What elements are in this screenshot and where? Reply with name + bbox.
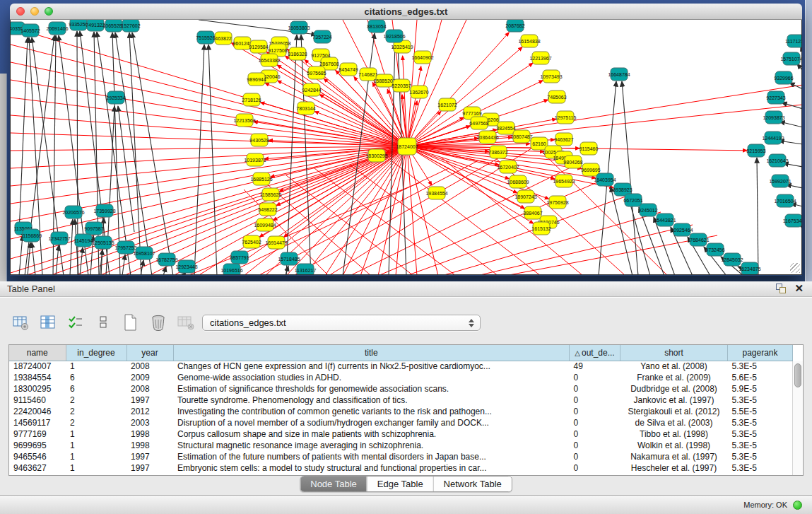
- graph-node[interactable]: 18300295: [365, 149, 387, 162]
- graph-node[interactable]: 1362670: [409, 86, 428, 98]
- graph-node[interactable]: 16720407: [497, 160, 519, 173]
- graph-node[interactable]: 10973493: [540, 70, 562, 83]
- graph-node[interactable]: 12505135: [92, 236, 114, 249]
- graph-node[interactable]: 16210643: [766, 154, 788, 167]
- col-header-short[interactable]: short: [620, 345, 728, 361]
- table-row[interactable]: 969969511998Structural magnetic resonanc…: [9, 440, 793, 451]
- col-header-name[interactable]: name: [9, 345, 66, 361]
- graph-node[interactable]: 9227343: [766, 91, 785, 104]
- graph-node[interactable]: 9430528: [249, 134, 269, 146]
- graph-node[interactable]: 12845032: [721, 253, 743, 266]
- graph-node[interactable]: 8454749: [339, 63, 358, 76]
- graph-node[interactable]: 8186328: [288, 47, 307, 60]
- graph-node[interactable]: 16234875: [739, 262, 760, 274]
- graph-node[interactable]: 15992071: [769, 175, 791, 187]
- graph-node[interactable]: 9732456: [705, 243, 724, 256]
- graph-node[interactable]: 1145194: [74, 234, 93, 247]
- graph-node[interactable]: 17684621: [687, 233, 709, 246]
- graph-node[interactable]: 11156869: [20, 229, 42, 242]
- graph-node[interactable]: 10807487: [510, 130, 532, 143]
- col-header-title[interactable]: title: [173, 345, 570, 361]
- graph-node[interactable]: 16914479: [265, 236, 287, 249]
- graph-node[interactable]: 19756928: [546, 196, 568, 209]
- tab-network-table[interactable]: Network Table: [433, 477, 512, 491]
- graph-node[interactable]: 11171234: [785, 35, 801, 47]
- graph-node[interactable]: 12093873: [763, 111, 784, 124]
- rows-icon[interactable]: [94, 313, 112, 332]
- graph-node[interactable]: 19654923: [553, 175, 575, 187]
- graph-node[interactable]: 6497568: [469, 117, 488, 129]
- graph-node[interactable]: 1527602: [121, 20, 140, 32]
- graph-node[interactable]: 2925334: [106, 91, 125, 104]
- graph-node[interactable]: 7485063: [547, 90, 566, 103]
- graph-node[interactable]: 3824554: [496, 122, 515, 134]
- graph-node[interactable]: 9463627: [554, 133, 573, 146]
- graph-node[interactable]: 2087682: [505, 20, 524, 32]
- graph-node[interactable]: 5498222: [258, 203, 277, 216]
- graph-node[interactable]: 11316217: [295, 264, 317, 274]
- graph-node[interactable]: 6672051: [623, 194, 642, 206]
- table-row[interactable]: 1456911722003Disruption of a novel membe…: [9, 417, 793, 428]
- graph-node[interactable]: 7386372: [488, 146, 507, 158]
- graph-node[interactable]: 1621072: [437, 98, 457, 111]
- graph-node[interactable]: 8813054: [367, 20, 386, 33]
- new-table-icon[interactable]: [122, 313, 140, 332]
- graph-node[interactable]: 19218506: [383, 30, 405, 42]
- table-row[interactable]: 911546021997Tourette syndrome. Phenomeno…: [9, 395, 793, 406]
- graph-node[interactable]: 18907243: [514, 190, 536, 203]
- graph-node[interactable]: 1405572: [20, 24, 40, 37]
- graph-node[interactable]: 20364436: [476, 131, 498, 144]
- graph-node[interactable]: 10925464: [671, 223, 693, 236]
- graph-node[interactable]: 10196516: [220, 264, 242, 274]
- graph-node[interactable]: 16648784: [608, 68, 630, 81]
- graph-node[interactable]: 463822: [215, 32, 232, 45]
- delete-trash-icon[interactable]: [149, 313, 167, 332]
- col-header-in-degree[interactable]: in_degree: [66, 345, 126, 361]
- graph-node[interactable]: 7625402: [242, 235, 261, 248]
- graph-node[interactable]: 16958107: [133, 247, 155, 259]
- graph-node[interactable]: 15718485: [278, 252, 300, 265]
- col-header-out-degree[interactable]: △out_de...: [570, 345, 620, 361]
- graph-node[interactable]: 9129584: [249, 40, 268, 53]
- graph-node[interactable]: 16543382: [258, 54, 280, 66]
- window-resize-grip[interactable]: [790, 263, 800, 273]
- graph-node[interactable]: 5975685: [307, 66, 326, 79]
- graph-node[interactable]: 16154838: [518, 35, 540, 47]
- table-scrollbar[interactable]: [792, 361, 803, 475]
- graph-node[interactable]: 10193871: [244, 153, 266, 166]
- table-row[interactable]: 1830029562008Estimation of significance …: [9, 383, 793, 395]
- checklist-icon[interactable]: [66, 313, 85, 332]
- graph-node[interactable]: 8215953: [746, 144, 765, 157]
- graph-node[interactable]: 16099484: [254, 218, 276, 231]
- table-row[interactable]: 1872400712008Changes of HCN gene express…: [9, 361, 793, 372]
- graph-node[interactable]: 7803144: [296, 102, 315, 115]
- graph-node[interactable]: 12975115: [555, 111, 577, 124]
- graph-node[interactable]: 10688609: [507, 175, 529, 188]
- graph-node[interactable]: 9896944: [247, 73, 266, 86]
- network-canvas[interactable]: 1872400746382296012489129584152260589127…: [10, 20, 802, 275]
- float-panel-icon[interactable]: [776, 284, 786, 293]
- tab-edge-table[interactable]: Edge Table: [367, 477, 433, 491]
- graph-node[interactable]: 12923448: [175, 260, 197, 273]
- graph-node[interactable]: 12444193: [762, 132, 784, 144]
- graph-node[interactable]: 12213563: [233, 114, 255, 127]
- table-selector-dropdown[interactable]: citations_edges.txt: [202, 315, 481, 331]
- graph-node[interactable]: 7357224: [312, 30, 331, 43]
- graph-node[interactable]: 16403954: [594, 173, 616, 186]
- close-panel-icon[interactable]: ✕: [794, 284, 804, 293]
- graph-node[interactable]: 15443821: [654, 214, 676, 226]
- graph-node[interactable]: 17016504: [774, 194, 796, 207]
- graph-node[interactable]: 20206576: [62, 206, 84, 218]
- graph-node[interactable]: 16640902: [411, 51, 433, 64]
- select-columns-icon[interactable]: [39, 313, 57, 332]
- table-row[interactable]: 1938455462009Genome-wide association stu…: [9, 372, 793, 383]
- graph-node[interactable]: 3884067: [523, 206, 542, 219]
- graph-node[interactable]: 17359928: [93, 204, 115, 217]
- graph-node[interactable]: 9857791: [230, 251, 249, 264]
- table-row[interactable]: 2242004622012Investigating the contribut…: [9, 406, 793, 417]
- graph-node[interactable]: 19384554: [425, 187, 447, 199]
- graph-node[interactable]: 8220357: [392, 79, 411, 92]
- col-header-pagerank[interactable]: pagerank: [728, 345, 793, 361]
- graph-node[interactable]: 11675342: [783, 214, 801, 227]
- window-titlebar[interactable]: citations_edges.txt: [10, 4, 802, 20]
